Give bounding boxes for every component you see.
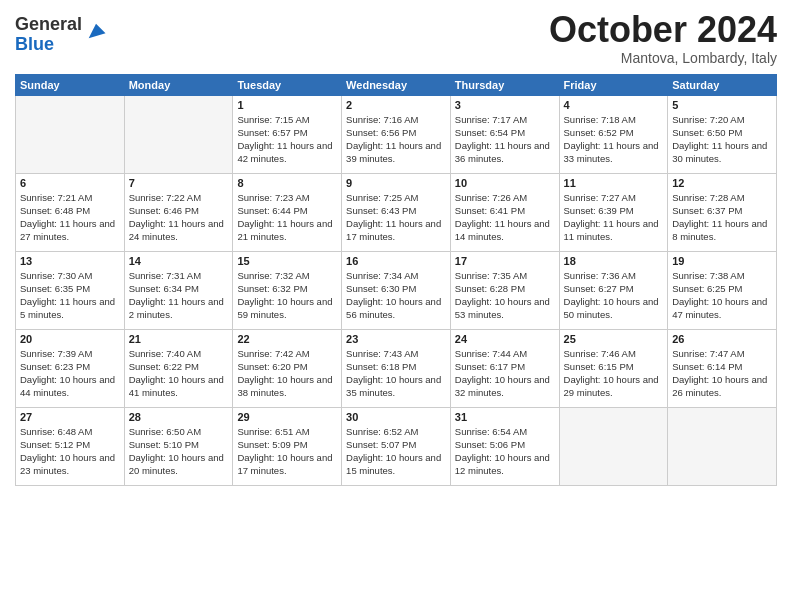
logo-general: General [15, 15, 82, 35]
day-info: Sunrise: 7:34 AMSunset: 6:30 PMDaylight:… [346, 269, 446, 322]
title-block: October 2024 Mantova, Lombardy, Italy [549, 10, 777, 66]
calendar-cell: 7Sunrise: 7:22 AMSunset: 6:46 PMDaylight… [124, 173, 233, 251]
calendar-cell: 5Sunrise: 7:20 AMSunset: 6:50 PMDaylight… [668, 95, 777, 173]
calendar-cell: 21Sunrise: 7:40 AMSunset: 6:22 PMDayligh… [124, 329, 233, 407]
day-number: 30 [346, 411, 446, 423]
day-info: Sunrise: 7:22 AMSunset: 6:46 PMDaylight:… [129, 191, 229, 244]
day-number: 22 [237, 333, 337, 345]
calendar-cell: 18Sunrise: 7:36 AMSunset: 6:27 PMDayligh… [559, 251, 668, 329]
calendar-week-row: 13Sunrise: 7:30 AMSunset: 6:35 PMDayligh… [16, 251, 777, 329]
calendar-cell: 12Sunrise: 7:28 AMSunset: 6:37 PMDayligh… [668, 173, 777, 251]
calendar-cell [668, 407, 777, 485]
calendar-cell: 27Sunrise: 6:48 AMSunset: 5:12 PMDayligh… [16, 407, 125, 485]
day-info: Sunrise: 7:38 AMSunset: 6:25 PMDaylight:… [672, 269, 772, 322]
calendar-week-row: 6Sunrise: 7:21 AMSunset: 6:48 PMDaylight… [16, 173, 777, 251]
day-number: 3 [455, 99, 555, 111]
day-info: Sunrise: 7:18 AMSunset: 6:52 PMDaylight:… [564, 113, 664, 166]
calendar-cell: 8Sunrise: 7:23 AMSunset: 6:44 PMDaylight… [233, 173, 342, 251]
calendar-cell: 16Sunrise: 7:34 AMSunset: 6:30 PMDayligh… [342, 251, 451, 329]
day-info: Sunrise: 7:21 AMSunset: 6:48 PMDaylight:… [20, 191, 120, 244]
day-info: Sunrise: 7:27 AMSunset: 6:39 PMDaylight:… [564, 191, 664, 244]
calendar-cell: 28Sunrise: 6:50 AMSunset: 5:10 PMDayligh… [124, 407, 233, 485]
day-number: 6 [20, 177, 120, 189]
day-info: Sunrise: 7:30 AMSunset: 6:35 PMDaylight:… [20, 269, 120, 322]
calendar-cell: 10Sunrise: 7:26 AMSunset: 6:41 PMDayligh… [450, 173, 559, 251]
day-info: Sunrise: 7:40 AMSunset: 6:22 PMDaylight:… [129, 347, 229, 400]
day-number: 31 [455, 411, 555, 423]
day-info: Sunrise: 7:44 AMSunset: 6:17 PMDaylight:… [455, 347, 555, 400]
day-info: Sunrise: 6:51 AMSunset: 5:09 PMDaylight:… [237, 425, 337, 478]
day-info: Sunrise: 7:16 AMSunset: 6:56 PMDaylight:… [346, 113, 446, 166]
calendar-cell: 14Sunrise: 7:31 AMSunset: 6:34 PMDayligh… [124, 251, 233, 329]
day-number: 20 [20, 333, 120, 345]
calendar-table: Sunday Monday Tuesday Wednesday Thursday… [15, 74, 777, 486]
day-info: Sunrise: 6:52 AMSunset: 5:07 PMDaylight:… [346, 425, 446, 478]
calendar-cell: 13Sunrise: 7:30 AMSunset: 6:35 PMDayligh… [16, 251, 125, 329]
calendar-cell: 11Sunrise: 7:27 AMSunset: 6:39 PMDayligh… [559, 173, 668, 251]
day-info: Sunrise: 7:26 AMSunset: 6:41 PMDaylight:… [455, 191, 555, 244]
day-number: 12 [672, 177, 772, 189]
day-number: 24 [455, 333, 555, 345]
day-info: Sunrise: 7:32 AMSunset: 6:32 PMDaylight:… [237, 269, 337, 322]
day-number: 27 [20, 411, 120, 423]
day-number: 10 [455, 177, 555, 189]
day-info: Sunrise: 7:39 AMSunset: 6:23 PMDaylight:… [20, 347, 120, 400]
day-info: Sunrise: 7:43 AMSunset: 6:18 PMDaylight:… [346, 347, 446, 400]
calendar-cell: 15Sunrise: 7:32 AMSunset: 6:32 PMDayligh… [233, 251, 342, 329]
day-number: 29 [237, 411, 337, 423]
day-number: 7 [129, 177, 229, 189]
calendar-cell: 3Sunrise: 7:17 AMSunset: 6:54 PMDaylight… [450, 95, 559, 173]
day-number: 1 [237, 99, 337, 111]
calendar-cell: 17Sunrise: 7:35 AMSunset: 6:28 PMDayligh… [450, 251, 559, 329]
calendar-cell [559, 407, 668, 485]
calendar-cell: 22Sunrise: 7:42 AMSunset: 6:20 PMDayligh… [233, 329, 342, 407]
month-title: October 2024 [549, 10, 777, 50]
day-info: Sunrise: 6:50 AMSunset: 5:10 PMDaylight:… [129, 425, 229, 478]
day-info: Sunrise: 7:31 AMSunset: 6:34 PMDaylight:… [129, 269, 229, 322]
calendar-cell: 19Sunrise: 7:38 AMSunset: 6:25 PMDayligh… [668, 251, 777, 329]
day-number: 18 [564, 255, 664, 267]
calendar-cell: 6Sunrise: 7:21 AMSunset: 6:48 PMDaylight… [16, 173, 125, 251]
calendar-cell: 30Sunrise: 6:52 AMSunset: 5:07 PMDayligh… [342, 407, 451, 485]
header-thursday: Thursday [450, 74, 559, 95]
day-number: 14 [129, 255, 229, 267]
day-info: Sunrise: 6:54 AMSunset: 5:06 PMDaylight:… [455, 425, 555, 478]
day-info: Sunrise: 7:17 AMSunset: 6:54 PMDaylight:… [455, 113, 555, 166]
day-number: 25 [564, 333, 664, 345]
day-number: 16 [346, 255, 446, 267]
day-number: 15 [237, 255, 337, 267]
calendar-cell: 23Sunrise: 7:43 AMSunset: 6:18 PMDayligh… [342, 329, 451, 407]
day-info: Sunrise: 7:46 AMSunset: 6:15 PMDaylight:… [564, 347, 664, 400]
header-sunday: Sunday [16, 74, 125, 95]
day-info: Sunrise: 7:20 AMSunset: 6:50 PMDaylight:… [672, 113, 772, 166]
calendar-week-row: 1Sunrise: 7:15 AMSunset: 6:57 PMDaylight… [16, 95, 777, 173]
logo-icon [85, 20, 107, 42]
logo-text: General Blue [15, 15, 82, 55]
logo: General Blue [15, 15, 107, 55]
day-number: 4 [564, 99, 664, 111]
calendar-week-row: 27Sunrise: 6:48 AMSunset: 5:12 PMDayligh… [16, 407, 777, 485]
day-number: 5 [672, 99, 772, 111]
calendar-cell: 2Sunrise: 7:16 AMSunset: 6:56 PMDaylight… [342, 95, 451, 173]
day-number: 13 [20, 255, 120, 267]
calendar-cell [124, 95, 233, 173]
calendar-cell: 20Sunrise: 7:39 AMSunset: 6:23 PMDayligh… [16, 329, 125, 407]
day-info: Sunrise: 7:47 AMSunset: 6:14 PMDaylight:… [672, 347, 772, 400]
calendar-cell: 31Sunrise: 6:54 AMSunset: 5:06 PMDayligh… [450, 407, 559, 485]
day-info: Sunrise: 7:23 AMSunset: 6:44 PMDaylight:… [237, 191, 337, 244]
day-number: 19 [672, 255, 772, 267]
calendar-cell: 24Sunrise: 7:44 AMSunset: 6:17 PMDayligh… [450, 329, 559, 407]
day-number: 23 [346, 333, 446, 345]
calendar-cell: 26Sunrise: 7:47 AMSunset: 6:14 PMDayligh… [668, 329, 777, 407]
day-number: 11 [564, 177, 664, 189]
header-friday: Friday [559, 74, 668, 95]
day-number: 9 [346, 177, 446, 189]
header-tuesday: Tuesday [233, 74, 342, 95]
calendar-cell: 1Sunrise: 7:15 AMSunset: 6:57 PMDaylight… [233, 95, 342, 173]
header-saturday: Saturday [668, 74, 777, 95]
day-number: 8 [237, 177, 337, 189]
header-wednesday: Wednesday [342, 74, 451, 95]
calendar-cell: 29Sunrise: 6:51 AMSunset: 5:09 PMDayligh… [233, 407, 342, 485]
day-info: Sunrise: 7:28 AMSunset: 6:37 PMDaylight:… [672, 191, 772, 244]
header-monday: Monday [124, 74, 233, 95]
